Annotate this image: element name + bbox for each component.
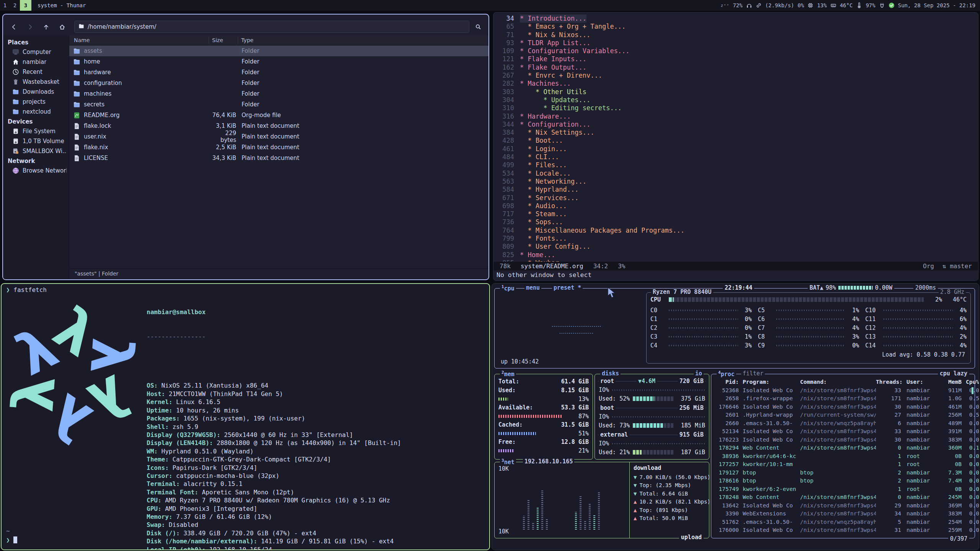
sidebar-item[interactable]: projects xyxy=(3,97,69,107)
file-row[interactable]: hardware Folder xyxy=(69,67,488,78)
process-row[interactable]: 2658 .firefox-wrappe /nix/store/sm8fnrf3… xyxy=(714,395,972,403)
sort-selector[interactable]: cpu lazy xyxy=(938,370,969,377)
mem-box-tab[interactable]: 2mem xyxy=(500,370,516,378)
battery-value[interactable]: 97% xyxy=(866,2,875,8)
home-button[interactable] xyxy=(55,21,69,33)
process-row[interactable]: 177257 kworker/10:1-mm_ 1 root 0B 0.0 xyxy=(714,460,972,469)
line-number: 304 xyxy=(493,96,520,104)
file-row[interactable]: README.org 76,4 KiB Org-mode file xyxy=(69,110,488,121)
buffer-name: system/README.org xyxy=(521,262,583,270)
palette-swatch xyxy=(183,505,193,520)
search-button[interactable] xyxy=(472,21,485,33)
terminal-palette xyxy=(147,505,220,520)
process-row[interactable]: 176000 Isolated Web Co /nix/store/sm8fnr… xyxy=(714,526,972,535)
up-button[interactable] xyxy=(39,21,53,33)
process-row[interactable]: 13642 Isolated Web Co /nix/store/sm8fnrf… xyxy=(714,501,972,510)
process-row[interactable]: 2601 .Hyprland-wrapp /run/current-system… xyxy=(714,411,972,419)
process-row[interactable]: 178248 Web Content /nix/store/sm8fnrf3wp… xyxy=(714,493,972,502)
file-row[interactable]: machines Folder xyxy=(69,88,488,99)
core-row: C20% C74% C124% xyxy=(650,323,967,332)
org-heading-line: 484* CLI... xyxy=(493,153,978,161)
scroll-percent: 3% xyxy=(618,262,625,270)
column-size[interactable]: Size xyxy=(209,37,238,44)
net-graph xyxy=(521,472,625,530)
status-ok-icon[interactable] xyxy=(889,2,895,8)
workspace-button[interactable]: 3 xyxy=(20,0,31,11)
sidebar-item[interactable]: Wastebasket xyxy=(3,77,69,87)
path-bar[interactable]: /home/nambiar/system/ xyxy=(74,21,469,33)
proc-box-tab[interactable]: 4proc xyxy=(717,370,736,378)
org-heading-line: 799* Fonts... xyxy=(493,235,978,243)
sidebar-item[interactable]: Computer xyxy=(3,47,69,57)
file-row[interactable]: flake.lock 3,1 KiB Plain text document xyxy=(69,121,488,131)
sidebar-item[interactable]: nambiar xyxy=(3,57,69,67)
io-tab[interactable]: io xyxy=(694,370,704,377)
org-heading-line: 65* Emacs + Org + Tangle... xyxy=(493,23,978,31)
process-row[interactable]: 176223 Isolated Web Co /nix/store/sm8fnr… xyxy=(714,435,972,444)
column-type[interactable]: Type xyxy=(238,37,488,44)
process-row[interactable]: 176646 Isolated Web Co /nix/store/sm8fnr… xyxy=(714,403,972,411)
file-row[interactable]: LICENSE 34,3 KiB Plain text document xyxy=(69,153,488,163)
drive-icon xyxy=(12,138,19,145)
file-row[interactable]: assets Folder xyxy=(69,46,488,56)
forward-button[interactable] xyxy=(23,21,37,33)
process-row[interactable]: 52134 Isolated Web Co /nix/store/sm8fnrf… xyxy=(714,427,972,436)
org-heading-line: 499* Files... xyxy=(493,161,978,169)
cpu-value[interactable]: 0% xyxy=(798,2,804,8)
process-row[interactable]: 178294 Web Content /nix/store/sm8fnrf3wp… xyxy=(714,444,972,452)
core-row: C03% C51% C104% xyxy=(650,306,967,315)
process-row[interactable]: 3390 WebExtensions /nix/store/sm8fnrf3wp… xyxy=(714,510,972,518)
line-number: 428 xyxy=(493,137,520,145)
file-row[interactable]: flake.nix 2,5 KiB Plain text document xyxy=(69,142,488,153)
volume-value[interactable]: 72% xyxy=(733,2,742,8)
menubar xyxy=(3,15,488,20)
workspace-button[interactable]: 2 xyxy=(10,0,20,11)
sidebar-item[interactable]: Recent xyxy=(3,67,69,77)
process-row[interactable]: 178616 btop btop 2 nambiar 7.4M 0.0 xyxy=(714,477,972,485)
sidebar-device[interactable]: SMALLBOX Wi... xyxy=(3,146,69,156)
sidebar-item-icon xyxy=(12,78,19,85)
preset-button[interactable]: preset * xyxy=(552,284,583,291)
process-row[interactable]: 175749 kworker/6:2-even 1 root 0B 0.0 xyxy=(714,485,972,493)
net-stat-row: ▼Top: (2.35 Mbps) xyxy=(634,481,705,490)
filter-button[interactable]: filter xyxy=(741,370,765,377)
process-row[interactable]: 179127 btop btop 2 nambiar 7.3M 0.0 xyxy=(714,468,972,477)
sidebar-item[interactable]: Downloads xyxy=(3,87,69,97)
proc-scrollbar[interactable] xyxy=(972,387,973,394)
sidebar-network-item[interactable]: Browse Network xyxy=(3,166,69,176)
process-row[interactable]: 2660 .emacs-31.0.50- /nix/store/wnqz5pa8… xyxy=(714,419,972,427)
sidebar-item[interactable]: nextcloud xyxy=(3,107,69,117)
shell-prompt[interactable]: ~ ❯ xyxy=(6,527,17,545)
column-name[interactable]: Name xyxy=(69,37,209,43)
cpu-box-tab[interactable]: 1cpu xyxy=(500,284,516,292)
clock[interactable]: Sun, 28 Sep 2025 - 22:19 xyxy=(898,2,975,8)
org-heading-line: 310* Editing secrets... xyxy=(493,104,978,112)
battery-indicator: BAT▲ 98% 0.00W xyxy=(808,284,894,291)
disks-box-tab[interactable]: disks xyxy=(600,370,621,377)
menu-button[interactable]: menu xyxy=(524,284,541,291)
sidebar-device[interactable]: File System xyxy=(3,126,69,136)
sidebar-device[interactable]: 1,0 TB Volume xyxy=(3,136,69,146)
temperature-value[interactable]: 46°C xyxy=(840,2,853,8)
fastfetch-row: Terminal: alacritty 0.15.1 xyxy=(147,480,401,488)
process-row[interactable]: 38936 kworker/u64:6-kc 1 root 0B 0.0 xyxy=(714,452,972,460)
palette-swatch xyxy=(165,505,174,520)
line-number: 93 xyxy=(493,39,520,47)
process-list: 52368 Isolated Web Co /nix/store/sm8fnrf… xyxy=(714,386,972,534)
process-row[interactable]: 52368 Isolated Web Co /nix/store/sm8fnrf… xyxy=(714,386,972,395)
file-row[interactable]: user.nix 229 bytes Plain text document xyxy=(69,131,488,142)
file-row[interactable]: home Folder xyxy=(69,56,488,67)
network-speed[interactable]: (2.9kb/s) xyxy=(765,2,794,8)
refresh-rate[interactable]: 2000ms xyxy=(913,284,938,291)
back-button[interactable] xyxy=(7,21,21,33)
file-row[interactable]: secrets Folder xyxy=(69,99,488,110)
net-box-tab[interactable]: 3net xyxy=(500,458,516,466)
process-row[interactable]: 51762 .emacs-31.0.50- /nix/store/wnqz5pa… xyxy=(714,518,972,526)
palette-swatch xyxy=(202,505,211,520)
line-number: 162 xyxy=(493,64,520,72)
file-row[interactable]: configuration Folder xyxy=(69,78,488,88)
cpu-graph xyxy=(560,333,594,334)
idle-inhibitor[interactable]: zᶻᶻ xyxy=(721,3,730,8)
workspace-button[interactable]: 1 xyxy=(0,0,10,11)
memory-value[interactable]: 13% xyxy=(817,2,826,8)
